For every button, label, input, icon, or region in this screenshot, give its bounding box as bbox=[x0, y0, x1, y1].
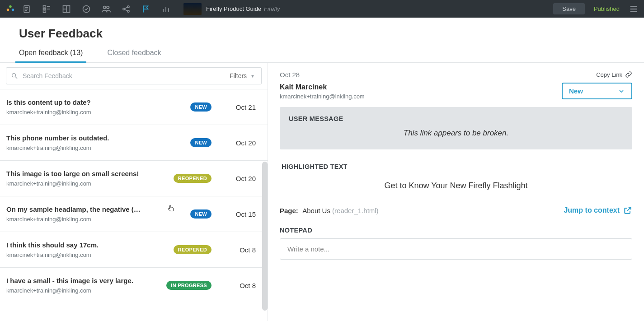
search-input[interactable] bbox=[23, 72, 218, 79]
notepad-label: NOTEPAD bbox=[280, 227, 632, 234]
feedback-title: Is this content up to date? bbox=[6, 98, 142, 106]
publish-status: Published bbox=[594, 5, 620, 12]
feedback-title: This image is too large on small screens… bbox=[6, 170, 142, 177]
status-value: New bbox=[569, 87, 583, 95]
jump-to-context-link[interactable]: Jump to context bbox=[564, 206, 632, 215]
external-link-icon bbox=[623, 206, 632, 215]
doc-subtitle: Firefly bbox=[264, 5, 280, 12]
feedback-title: On my sample headlamp, the negative (-) … bbox=[6, 205, 142, 213]
feedback-email: kmarcinek+training@inkling.com bbox=[6, 109, 186, 116]
feedback-email: kmarcinek+training@inkling.com bbox=[6, 216, 186, 223]
page-icon[interactable] bbox=[22, 4, 32, 14]
highlighted-label: HIGHLIGHTED TEXT bbox=[282, 163, 630, 170]
svg-point-3 bbox=[9, 8, 11, 9]
user-message-label: USER MESSAGE bbox=[289, 115, 623, 122]
detail-author-name: Kait Marcinek bbox=[280, 83, 365, 91]
tabs: Open feedback (13) Closed feedback bbox=[19, 49, 625, 62]
chart-icon[interactable] bbox=[161, 4, 171, 14]
feedback-list[interactable]: Is this content up to date?kmarcinek+tra… bbox=[0, 89, 268, 321]
notepad-input[interactable]: Write a note... bbox=[280, 238, 632, 260]
doc-chip[interactable]: Firefly Product Guide Firefly bbox=[183, 3, 280, 15]
link-icon bbox=[625, 71, 632, 78]
feedback-item[interactable]: I think this should say 17cm.kmarcinek+t… bbox=[0, 232, 268, 268]
app-logo-icon[interactable] bbox=[5, 4, 15, 14]
status-badge: REOPENED bbox=[174, 245, 212, 254]
hamburger-menu-icon[interactable] bbox=[629, 4, 639, 14]
feedback-item[interactable]: This phone number is outdated.kmarcinek+… bbox=[0, 125, 268, 161]
feedback-date: Oct 15 bbox=[218, 210, 256, 218]
approve-icon[interactable] bbox=[81, 4, 91, 14]
feedback-item[interactable]: This image is too large on small screens… bbox=[0, 161, 268, 196]
layout-icon[interactable] bbox=[61, 4, 71, 14]
status-badge: REOPENED bbox=[174, 174, 212, 183]
share-icon[interactable] bbox=[121, 4, 131, 14]
tool-icons bbox=[22, 4, 171, 14]
topbar: Firefly Product Guide Firefly Save Publi… bbox=[0, 0, 644, 18]
feedback-date: Oct 8 bbox=[218, 282, 256, 289]
chevron-down-icon: ▼ bbox=[250, 74, 255, 79]
flag-icon[interactable] bbox=[141, 4, 151, 14]
svg-line-23 bbox=[125, 9, 128, 10]
users-icon[interactable] bbox=[101, 4, 111, 14]
copy-link-label: Copy Link bbox=[596, 71, 622, 78]
page-header: User Feedback Open feedback (13) Closed … bbox=[0, 18, 644, 63]
feedback-date: Oct 21 bbox=[218, 103, 256, 111]
feedback-email: kmarcinek+training@inkling.com bbox=[6, 251, 169, 258]
tab-open-feedback[interactable]: Open feedback (13) bbox=[19, 49, 83, 62]
doc-title: Firefly Product Guide bbox=[206, 5, 261, 12]
status-badge: NEW bbox=[190, 209, 212, 219]
chevron-down-icon bbox=[618, 88, 625, 95]
highlighted-panel: HIGHLIGHTED TEXT Get to Know Your New Fi… bbox=[280, 163, 632, 191]
search-icon bbox=[11, 72, 18, 79]
scrollbar[interactable] bbox=[262, 162, 268, 311]
svg-rect-8 bbox=[43, 5, 46, 7]
search-box[interactable] bbox=[6, 67, 223, 84]
filters-label: Filters bbox=[230, 72, 247, 79]
save-button[interactable]: Save bbox=[553, 3, 585, 14]
status-badge: NEW bbox=[190, 138, 212, 147]
feedback-date: Oct 8 bbox=[218, 246, 256, 254]
status-badge: NEW bbox=[190, 102, 212, 112]
svg-point-18 bbox=[107, 6, 109, 8]
user-message-text: This link appears to be broken. bbox=[289, 129, 623, 138]
feedback-email: kmarcinek+training@inkling.com bbox=[6, 180, 169, 187]
svg-rect-10 bbox=[43, 11, 46, 12]
svg-point-16 bbox=[83, 5, 90, 12]
status-badge: IN PROGRESS bbox=[166, 281, 212, 290]
svg-line-32 bbox=[15, 77, 17, 79]
user-message-panel: USER MESSAGE This link appears to be bro… bbox=[280, 107, 632, 149]
jump-label: Jump to context bbox=[564, 206, 620, 214]
doc-thumbnail bbox=[183, 3, 202, 15]
feedback-date: Oct 20 bbox=[218, 139, 256, 147]
feedback-item[interactable]: Is this content up to date?kmarcinek+tra… bbox=[0, 89, 268, 125]
feedback-email: kmarcinek+training@inkling.com bbox=[6, 144, 186, 151]
svg-rect-9 bbox=[43, 8, 46, 9]
body-split: Filters ▼ Is this content up to date?kma… bbox=[0, 63, 644, 321]
feedback-item[interactable]: I have a small - this image is very larg… bbox=[0, 268, 268, 303]
tab-closed-feedback[interactable]: Closed feedback bbox=[107, 49, 161, 62]
svg-point-31 bbox=[12, 74, 16, 77]
feedback-title: I have a small - this image is very larg… bbox=[6, 277, 142, 284]
page-name: About Us bbox=[302, 207, 330, 214]
feedback-email: kmarcinek+training@inkling.com bbox=[6, 287, 162, 294]
structure-icon[interactable] bbox=[42, 4, 52, 14]
notepad-section: NOTEPAD Write a note... bbox=[280, 227, 632, 260]
filters-button[interactable]: Filters ▼ bbox=[223, 67, 262, 84]
highlighted-text: Get to Know Your New Firefly Flashlight bbox=[282, 181, 630, 191]
page-row: Page: About Us (reader_1.html) Jump to c… bbox=[280, 206, 632, 215]
copy-link-button[interactable]: Copy Link bbox=[596, 71, 632, 78]
svg-point-0 bbox=[9, 5, 12, 8]
feedback-title: This phone number is outdated. bbox=[6, 134, 142, 142]
feedback-list-column: Filters ▼ Is this content up to date?kma… bbox=[0, 63, 268, 321]
detail-date: Oct 28 bbox=[280, 71, 365, 79]
svg-line-22 bbox=[125, 7, 128, 8]
svg-point-1 bbox=[7, 9, 9, 11]
status-dropdown[interactable]: New bbox=[562, 83, 632, 99]
feedback-item[interactable]: On my sample headlamp, the negative (-) … bbox=[0, 196, 268, 232]
feedback-title: I think this should say 17cm. bbox=[6, 241, 142, 249]
svg-point-2 bbox=[12, 9, 14, 11]
search-row: Filters ▼ bbox=[0, 63, 268, 89]
svg-point-17 bbox=[103, 6, 106, 8]
feedback-detail-column: Oct 28 Kait Marcinek kmarcinek+training@… bbox=[268, 63, 644, 321]
detail-author-email: kmarcinek+training@inkling.com bbox=[280, 93, 365, 100]
